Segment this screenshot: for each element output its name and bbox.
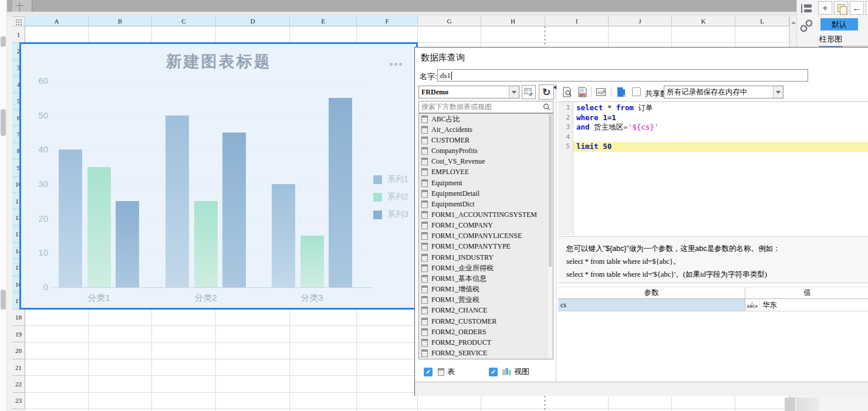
blue-doc-button[interactable]	[614, 86, 627, 98]
sql-line-3[interactable]: and 货主地区='${cs}'	[573, 123, 868, 133]
table-list-item[interactable]: Cost_VS_Revenue	[419, 157, 553, 167]
sql-line-2[interactable]: where 1=1	[573, 113, 868, 123]
table-list-item[interactable]: FORM1_COMPANYTYPE	[419, 242, 553, 252]
bar-系列1-分类3[interactable]	[272, 184, 295, 287]
preview-data-button[interactable]	[560, 86, 573, 98]
bar-系列1-分类1[interactable]	[59, 150, 82, 287]
hscrollbar-piece[interactable]	[796, 398, 819, 411]
edit-connection-button[interactable]	[522, 85, 536, 99]
sql-file-button[interactable]: SQL	[576, 86, 589, 98]
link-icon[interactable]	[799, 19, 813, 34]
chart-menu-icon[interactable]	[390, 63, 402, 66]
toolbar-separator	[591, 87, 592, 97]
column-header-A[interactable]: A	[25, 16, 89, 26]
table-list-item[interactable]: FORM1_COMPANY	[419, 220, 553, 231]
sql-line-5[interactable]: limit 50	[573, 142, 868, 152]
copy-style-button[interactable]	[834, 1, 848, 15]
column-header-F[interactable]: F	[357, 16, 418, 26]
legend-item-系列1[interactable]: 系列1	[373, 174, 408, 185]
table-list-item[interactable]: FORM1_营业税	[419, 295, 553, 305]
legend-item-系列3[interactable]: 系列3	[373, 209, 408, 220]
format-sql-button[interactable]: SQL	[595, 86, 607, 98]
table-list-item[interactable]: FORM1_ACCOUNTTINGSYSTEM	[419, 209, 553, 220]
table-list-item[interactable]: FORM1_COMPANYLICENSE	[419, 231, 553, 242]
param-value-cell[interactable]: ◬ ABC▾ 华东	[745, 299, 868, 311]
memory-mode-select[interactable]: 所有记录都保存在内存中	[664, 86, 783, 98]
sql-editor[interactable]: 12345 select * from 订单where 1=1and 货主地区=…	[558, 101, 868, 235]
bar-系列3-分类2[interactable]	[222, 133, 246, 287]
scroll-up-icon[interactable]	[791, 21, 796, 24]
table-list-item[interactable]: FORM1_增值税	[419, 284, 553, 295]
default-style-button[interactable]: 默认	[820, 18, 858, 30]
row-header-1[interactable]: 1	[12, 26, 25, 43]
row-header-20[interactable]: 20	[12, 342, 25, 359]
panel-layers-icon[interactable]	[801, 4, 813, 13]
column-header-I[interactable]: I	[545, 16, 609, 26]
connection-select[interactable]: FRDemo	[418, 86, 519, 98]
chart[interactable]: 新建图表标题 0102030405060分类1分类2分类3系列1系列2系列3	[19, 42, 418, 310]
table-list-item[interactable]: EMPLOYEE	[419, 167, 553, 178]
sql-code-area[interactable]: select * from 订单where 1=1and 货主地区='${cs}…	[573, 102, 868, 235]
row-header-21[interactable]: 21	[12, 359, 25, 376]
table-list-item[interactable]: Equipment	[419, 178, 553, 188]
table-list-item[interactable]: Air_Accidents	[419, 124, 553, 135]
list-scrollbar[interactable]	[548, 114, 552, 359]
table-list-item[interactable]: 财务指标分析	[419, 359, 553, 359]
row-header-19[interactable]: 19	[12, 326, 25, 342]
row-header-23[interactable]: 23	[12, 393, 25, 409]
blue-doc-icon	[616, 87, 626, 97]
table-list-item[interactable]: FORM2_PRODUCT	[419, 337, 553, 348]
column-header-D[interactable]: D	[216, 16, 290, 26]
table-list-item[interactable]: CompanyProfits	[419, 145, 553, 156]
name-input[interactable]: ds1	[437, 69, 808, 81]
table-name: Equipment	[431, 179, 462, 188]
column-header-C[interactable]: C	[152, 16, 216, 26]
column-header-L[interactable]: L	[735, 16, 789, 26]
sql-line-4[interactable]	[573, 133, 868, 142]
bar-系列3-分类1[interactable]	[116, 201, 139, 287]
table-name: FORM1_COMPANY	[431, 221, 493, 230]
refresh-button[interactable]: ↻	[539, 84, 554, 100]
param-row[interactable]: cs ◬ ABC▾ 华东	[558, 299, 868, 311]
table-list-item[interactable]: EquipmentDetail	[419, 188, 553, 199]
table-list-item[interactable]: FORM1_企业所得税	[419, 263, 553, 273]
param-name-cell[interactable]: cs	[558, 299, 745, 311]
bar-系列1-分类2[interactable]	[166, 116, 189, 287]
share-dataset-checkbox[interactable]	[632, 87, 641, 96]
add-style-button[interactable]: +	[818, 1, 832, 15]
table-list-item[interactable]: EquipmentDict	[419, 199, 553, 209]
splitter-collapse-icon[interactable]	[553, 85, 556, 90]
forward-arrow-button[interactable]	[866, 1, 868, 15]
row-header-18[interactable]: 18	[12, 310, 25, 326]
column-header-H[interactable]: H	[481, 16, 545, 26]
table-list-item[interactable]: FORM2_ORDERS	[419, 327, 553, 337]
bar-系列3-分类3[interactable]	[329, 98, 352, 287]
bar-系列2-分类2[interactable]	[194, 201, 218, 287]
table-list-item[interactable]: FORM1_基本信息	[419, 273, 553, 284]
sheet-select-all-corner[interactable]	[12, 16, 25, 26]
pane-splitter[interactable]	[556, 84, 556, 382]
bar-系列2-分类3[interactable]	[300, 236, 324, 287]
table-list-item[interactable]: FORM2_CUSTOMER	[419, 316, 553, 327]
column-header-E[interactable]: E	[290, 16, 357, 26]
column-header-K[interactable]: K	[672, 16, 735, 26]
back-arrow-button[interactable]: ←	[850, 1, 864, 15]
table-search-input[interactable]: 搜索下方数据表或视图	[418, 101, 553, 113]
row-header-22[interactable]: 22	[12, 376, 25, 392]
column-header-B[interactable]: B	[89, 16, 152, 26]
column-header-G[interactable]: G	[418, 16, 481, 26]
table-list-item[interactable]: FORM2_SERVICE	[419, 348, 553, 358]
table-list-item[interactable]: FORM2_CHANCE	[419, 305, 553, 316]
view-filter-checkbox[interactable]: ✓	[489, 368, 498, 376]
table-list-item[interactable]: FORM1_INDUSTRY	[419, 252, 553, 263]
table-list-item[interactable]: ABC占比	[419, 114, 553, 124]
table-filter-checkbox[interactable]: ✓	[424, 368, 433, 376]
table-list-item[interactable]: CUSTOMER	[419, 135, 553, 145]
svg-text:SQL: SQL	[597, 91, 604, 94]
column-header-J[interactable]: J	[609, 16, 672, 26]
bar-系列2-分类1[interactable]	[87, 167, 111, 287]
sql-line-1[interactable]: select * from 订单	[573, 103, 868, 113]
legend-item-系列2[interactable]: 系列2	[373, 192, 408, 202]
hscrollbar-piece[interactable]	[785, 398, 795, 411]
string-type-icon[interactable]: ◬ ABC▾	[745, 299, 759, 311]
